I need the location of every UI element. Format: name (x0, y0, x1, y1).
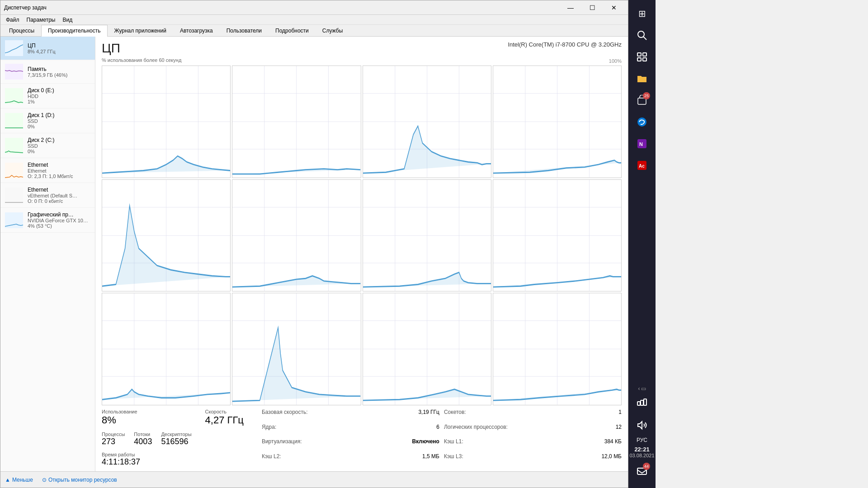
gpu-model: NVIDIA GeForce GTX 10… (28, 218, 90, 223)
svg-text:N: N (639, 141, 643, 147)
store-badge: 25 (643, 92, 650, 99)
onenote-button[interactable]: N (632, 134, 652, 154)
processes-value: 273 (102, 437, 125, 446)
title-bar: Диспетчер задач — ☐ ✕ (0, 0, 628, 15)
edge-icon (637, 117, 647, 127)
volume-tray-button[interactable] (632, 415, 652, 435)
tab-app-history[interactable]: Журнал приложений (108, 25, 173, 36)
svg-rect-97 (643, 58, 646, 61)
stats-section: Использование 8% Процессы 273 Потоки 400… (102, 409, 622, 467)
monitor-icon: ⊙ (42, 477, 47, 483)
disk2-title: Диск 2 (C:) (28, 137, 90, 143)
close-button[interactable]: ✕ (604, 0, 624, 15)
menu-params[interactable]: Параметры (23, 16, 59, 24)
store-button[interactable]: 25 (632, 90, 652, 110)
nav-chevron-area[interactable]: ‹ ▭ (638, 385, 646, 392)
disk0-type: HDD (28, 94, 90, 99)
folder-icon (637, 73, 647, 84)
svg-rect-6 (5, 188, 23, 203)
memory-info: Память 7,3/15,9 ГБ (46%) (28, 66, 90, 78)
eth2-type: vEthernet (Default S… (28, 193, 90, 198)
tab-startup[interactable]: Автозагрузка (173, 25, 220, 36)
cpu-chart-12 (493, 293, 622, 405)
eth1-type: Ethernet (28, 168, 90, 174)
gpu-usage: 4% (53 °C) (28, 223, 90, 229)
search-button[interactable] (632, 25, 652, 45)
disk2-pct: 0% (28, 149, 90, 154)
base-speed-label: Базовая скорость: (262, 409, 308, 423)
handles-value: 516596 (161, 437, 191, 446)
svg-rect-5 (5, 163, 23, 178)
sockets-value: 1 (618, 409, 622, 423)
base-speed-value: 3,19 ГГц (418, 409, 439, 423)
memory-mini-chart (5, 64, 23, 80)
svg-rect-94 (637, 53, 641, 56)
menu-file[interactable]: Файл (2, 16, 23, 24)
memory-sub: 7,3/15,9 ГБ (46%) (28, 72, 90, 78)
explorer-button[interactable] (632, 69, 652, 89)
maximize-button[interactable]: ☐ (582, 0, 603, 15)
edge-button[interactable] (632, 112, 652, 132)
task-view-button[interactable] (632, 47, 652, 67)
l1-row: Кэш L1: 384 КБ (444, 438, 622, 452)
svg-rect-105 (641, 400, 643, 405)
monitor-button[interactable]: ⊙ Открыть монитор ресурсов (42, 477, 117, 483)
disk2-type: SSD (28, 143, 90, 149)
menu-view[interactable]: Вид (59, 16, 76, 24)
gpu-mini-chart (5, 212, 23, 228)
tab-users[interactable]: Пользователи (220, 25, 269, 36)
stats-left: Использование 8% Процессы 273 Потоки 400… (102, 409, 244, 467)
search-icon (637, 30, 647, 41)
sockets-label: Сокетов: (444, 409, 466, 423)
less-button[interactable]: ▲ Меньше (5, 477, 33, 483)
sidebar-item-eth1[interactable]: Ethernet Ethernet О: 2,3 П: 1,0 Мбит/с (0, 158, 95, 183)
svg-line-93 (643, 37, 646, 40)
windows-key-button[interactable]: ⊞ (632, 4, 652, 23)
processes-stat: Процессы 273 (102, 432, 125, 446)
sidebar-item-memory[interactable]: Память 7,3/15,9 ГБ (46%) (0, 60, 95, 84)
notification-button[interactable]: 44 (632, 461, 652, 481)
disk1-mini-chart (5, 113, 23, 129)
clock-time: 22:21 (629, 446, 654, 453)
usage-stat: Использование 8% (102, 409, 192, 426)
tab-services[interactable]: Службы (316, 25, 349, 36)
cpu-chart-4 (493, 66, 622, 178)
chart-subtitle: % использования более 60 секунд (102, 57, 181, 63)
disk1-info: Диск 1 (D:) SSD 0% (28, 112, 90, 129)
acrobat-button[interactable]: Ac (632, 155, 652, 175)
svg-rect-104 (637, 402, 640, 405)
base-speed-row: Базовая скорость: 3,19 ГГц (262, 409, 439, 423)
svg-point-99 (637, 117, 646, 127)
sidebar-item-disk1[interactable]: Диск 1 (D:) SSD 0% (0, 108, 95, 133)
windows-taskbar: ⊞ 25 (628, 0, 656, 488)
speed-stat: Скорость 4,27 ГГц (205, 409, 244, 467)
svg-rect-0 (5, 40, 23, 56)
disk0-title: Диск 0 (E:) (28, 87, 90, 94)
sidebar-item-eth2[interactable]: Ethernet vEthernet (Default S… О: 0 П: 0… (0, 183, 95, 208)
logical-value: 12 (616, 424, 622, 438)
tab-processes[interactable]: Процессы (2, 25, 41, 36)
chart-percent: 100% (609, 58, 622, 64)
network-icon (637, 398, 647, 409)
sidebar-item-disk2[interactable]: Диск 2 (C:) SSD 0% (0, 133, 95, 158)
disk0-info: Диск 0 (E:) HDD 1% (28, 87, 90, 104)
minimize-button[interactable]: — (560, 0, 581, 15)
bottom-bar: ▲ Меньше ⊙ Открыть монитор ресурсов (0, 471, 628, 488)
l3-value: 12,0 МБ (601, 453, 622, 467)
sidebar: ЦП 8% 4,27 ГГц Память 7,3/15,9 ГБ (46%) (0, 37, 95, 471)
tab-details[interactable]: Подробности (269, 25, 316, 36)
clock-button[interactable]: 22:21 03.08.2021 (628, 445, 655, 459)
logical-row: Логических процессоров: 12 (444, 424, 622, 438)
sidebar-item-cpu[interactable]: ЦП 8% 4,27 ГГц (0, 37, 95, 60)
language-button[interactable]: РУС (637, 437, 647, 443)
cpu-chart-6 (232, 179, 361, 292)
svg-rect-1 (5, 64, 23, 80)
svg-rect-95 (643, 53, 646, 56)
tab-performance[interactable]: Производительность (41, 25, 107, 37)
network-tray-button[interactable] (632, 394, 652, 413)
clock-date: 03.08.2021 (629, 453, 654, 458)
cpu-chart-2 (232, 66, 361, 178)
sidebar-item-disk0[interactable]: Диск 0 (E:) HDD 1% (0, 84, 95, 108)
disk1-type: SSD (28, 118, 90, 124)
sidebar-item-gpu[interactable]: Графический пр… NVIDIA GeForce GTX 10… 4… (0, 208, 95, 233)
